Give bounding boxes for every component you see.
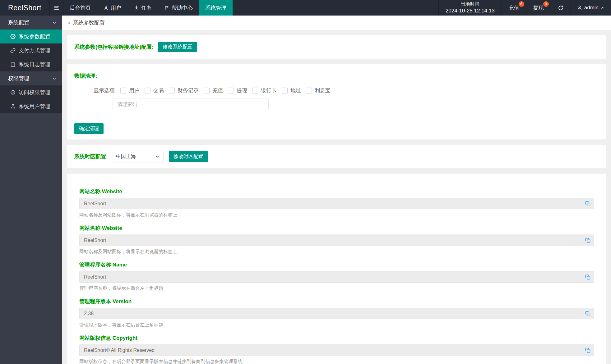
nav-item-label: 帮助中心 [172,4,193,11]
checkbox-input[interactable] [282,88,288,93]
sidebar-toggle-button[interactable] [50,0,63,16]
person-icon [577,5,582,10]
checkbox-input[interactable] [204,88,210,93]
clean-options-row: 显示选项 用户 交易 财务记录 充值 [94,87,599,94]
checkbox-input[interactable] [169,88,175,93]
link-icon [10,48,16,53]
checkbox-input[interactable] [228,88,234,93]
withdraw-button[interactable]: 提现 0 [526,0,551,16]
sidebar-item-system-users[interactable]: 系统用户管理 [0,99,62,113]
withdraw-label: 提现 [533,4,544,11]
sidebar-item-system-params[interactable]: 系统参数配置 [0,30,62,43]
recharge-button[interactable]: 充值 6 [502,0,526,16]
clipboard-icon [10,62,16,67]
checkbox-label: 财务记录 [178,87,199,94]
sidebar-group-permissions[interactable]: 权限管理 [0,71,62,85]
sidebar-group-label: 权限管理 [8,75,29,82]
checkbox-interest[interactable]: 利息宝 [306,87,331,94]
refresh-icon [558,5,564,11]
website-name-input[interactable] [79,198,594,209]
sidebar-item-label: 系统日志管理 [19,61,50,68]
data-clean-card: 数据清理: 显示选项 用户 交易 财务记录 充值 [67,64,606,139]
timezone-select[interactable]: 中国上海 [112,151,164,162]
time-value: 2024-10-25 12:14:13 [446,7,495,15]
nav-item-label: 后台首页 [70,4,91,11]
copy-icon[interactable] [585,347,591,353]
copy-icon[interactable] [585,274,591,280]
checkbox-finance-records[interactable]: 财务记录 [169,87,199,94]
checkbox-recharge[interactable]: 充值 [204,87,223,94]
sidebar-item-access-permissions[interactable]: 访问权限管理 [0,85,62,99]
site-settings-card: 网站名称 Website 网站名称及网站图标，将显示在浏览器的标签上 网站名称 … [67,174,606,364]
field-label: 网站版权信息 Copyright [79,334,594,342]
nav-item-dashboard[interactable]: 后台首页 [63,0,97,16]
nav-item-help-center[interactable]: 帮助中心 [158,0,199,16]
user-icon [10,104,16,109]
checkbox-transactions[interactable]: 交易 [145,87,164,94]
chevron-up-icon [601,6,605,10]
nav-item-system-management[interactable]: 系统管理 [199,0,233,16]
checkbox-input[interactable] [145,88,150,93]
admin-version-input[interactable] [79,308,594,319]
checkbox-label: 交易 [153,87,164,94]
confirm-clean-button[interactable]: 确定清理 [74,123,104,134]
website-name-input-2[interactable] [79,234,594,246]
check-circle-icon [10,90,16,95]
checkbox-label: 银行卡 [261,87,277,94]
copy-icon[interactable] [585,237,591,243]
options-label: 显示选项 [94,87,115,94]
nav-item-label: 任务 [141,4,152,11]
sidebar-group-system-config[interactable]: 系统配置 [0,16,62,30]
admin-name-input[interactable] [79,271,594,283]
copyright-input[interactable] [79,344,594,356]
checkbox-label: 提现 [237,87,247,94]
checkbox-input[interactable] [120,88,126,93]
chevron-down-icon [52,76,57,81]
sidebar-item-label: 支付方式管理 [19,47,50,54]
main-area: » 系统参数配置 系统参数(包括客服链接地址)配置: 修改系统配置 数据清理: … [62,16,611,364]
refresh-button[interactable] [551,0,571,16]
sidebar-item-payment-methods[interactable]: 支付方式管理 [0,43,62,57]
edit-system-config-button[interactable]: 修改系统配置 [158,42,197,52]
checkbox-input[interactable] [252,88,258,93]
copy-icon[interactable] [585,200,591,207]
field-website-name-1: 网站名称 Website 网站名称及网站图标，将显示在浏览器的标签上 [79,188,594,218]
data-clean-title: 数据清理: [74,72,599,80]
checkbox-label: 用户 [129,87,140,94]
user-menu[interactable]: admin [571,0,611,16]
checkbox-input[interactable] [306,88,312,93]
timezone-card: 系统时区配置: 中国上海 修改时区配置 [67,145,606,168]
flag-icon [164,5,169,11]
username-label: admin [584,5,599,11]
nav-item-label: 用户 [111,4,121,11]
field-admin-name: 管理程序名称 Name 管理程序名称，将显示在后台左上角标题 [79,261,594,291]
nav-item-users[interactable]: 用户 [97,0,127,16]
clean-password-input[interactable] [113,98,269,110]
edit-timezone-button[interactable]: 修改时区配置 [169,151,208,162]
checkbox-label: 利息宝 [315,87,331,94]
field-copyright: 网站版权信息 Copyright 网站版权信息，在后台登录页面显示版本信息并链接… [79,334,594,364]
chevron-down-icon [52,20,57,25]
nav-item-label: 系统管理 [205,4,226,11]
sidebar-item-label: 访问权限管理 [19,89,50,96]
checkbox-withdraw[interactable]: 提现 [228,87,247,94]
sidebar-item-system-logs[interactable]: 系统日志管理 [0,57,62,71]
checkbox-users[interactable]: 用户 [120,87,140,94]
top-navbar: ReelShort 后台首页 用户 任务 帮助中心 系统管理 [0,0,611,16]
nav-item-tasks[interactable]: 任务 [127,0,158,16]
chevron-down-icon [155,154,160,159]
field-help: 管理程序名称，将显示在后台左上角标题 [79,285,594,291]
sidebar-item-label: 系统用户管理 [19,103,50,110]
checkbox-bank-card[interactable]: 银行卡 [252,87,277,94]
copy-icon[interactable] [585,310,591,317]
field-website-name-2: 网站名称 Website 网站名称及网站图标，将显示在浏览器的标签上 [79,225,594,255]
recharge-label: 充值 [509,4,519,11]
hamburger-icon [53,5,60,11]
breadcrumb: » 系统参数配置 [62,16,611,30]
app-logo: ReelShort [0,0,50,16]
timezone-label: 系统时区配置: [74,153,108,160]
checkbox-address[interactable]: 地址 [282,87,301,94]
timezone-selected-value: 中国上海 [116,153,136,160]
field-help: 网站名称及网站图标，将显示在浏览器的标签上 [79,249,594,255]
field-help: 管理程序版本，将显示在后台左上角标题 [79,322,594,328]
